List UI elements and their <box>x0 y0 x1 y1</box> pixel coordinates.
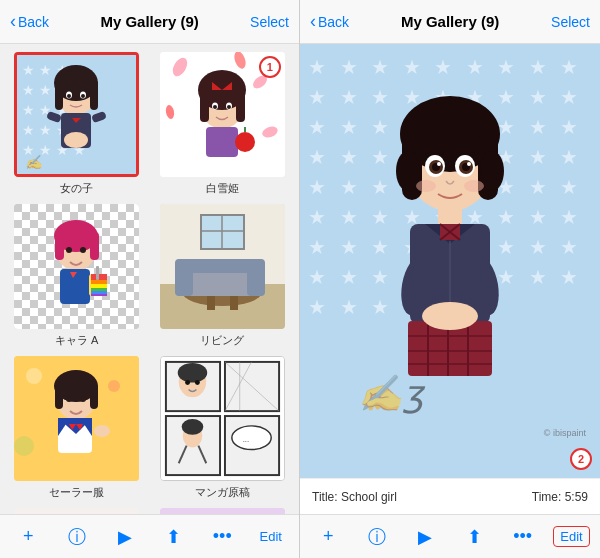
left-select-button[interactable]: Select <box>250 14 289 30</box>
gallery-thumb-living <box>160 204 285 329</box>
svg-rect-30 <box>206 127 238 157</box>
left-back-label: Back <box>18 14 49 30</box>
svg-point-107 <box>181 419 203 435</box>
svg-rect-54 <box>91 280 107 284</box>
detail-title: Title: School girl <box>312 490 397 504</box>
svg-rect-57 <box>91 291 107 294</box>
svg-point-50 <box>66 247 72 253</box>
svg-point-78 <box>26 368 42 384</box>
svg-point-92 <box>80 396 86 402</box>
svg-point-149 <box>416 180 436 192</box>
svg-rect-8 <box>55 80 63 110</box>
left-add-button[interactable]: + <box>10 526 46 547</box>
svg-text:✍ʒ: ✍ʒ <box>355 372 426 415</box>
left-info-button[interactable]: ⓘ <box>59 525 95 549</box>
svg-point-147 <box>437 162 441 166</box>
left-more-button[interactable]: ••• <box>204 526 240 547</box>
svg-rect-56 <box>91 288 107 291</box>
gallery-item-chara[interactable]: キャラ A <box>8 204 146 348</box>
svg-rect-122 <box>160 508 285 514</box>
svg-point-167 <box>422 302 478 330</box>
right-navbar-title: My Gallery (9) <box>401 13 499 30</box>
detail-badge: 2 <box>570 448 592 470</box>
gallery-label-chara: キャラ A <box>55 333 98 348</box>
right-more-icon: ••• <box>513 526 532 547</box>
left-share-button[interactable]: ⬆ <box>156 526 192 548</box>
gallery-label-living: リビング <box>200 333 244 348</box>
svg-point-168 <box>428 306 442 316</box>
gallery-item-girl[interactable]: ★ ★ ★ ★ ★ ★ ★ ★ ★ ★ ★ ★ ★ ★ ★ ★ ★ ★ ★ ★ <box>8 52 146 196</box>
right-edit-button[interactable]: Edit <box>553 526 589 547</box>
left-share-icon: ⬆ <box>166 526 181 548</box>
right-select-button[interactable]: Select <box>551 14 590 30</box>
left-panel: ‹ Back My Gallery (9) Select ★ ★ ★ ★ ★ ★… <box>0 0 300 558</box>
detail-time: Time: 5:59 <box>532 490 588 504</box>
gallery-item-sailor[interactable]: セーラー服 <box>8 356 146 500</box>
svg-point-79 <box>108 380 120 392</box>
gallery-item-manga[interactable]: ... マンガ原稿 <box>154 356 292 500</box>
right-navbar: ‹ Back My Gallery (9) Select <box>300 0 600 44</box>
gallery-thumb-sailor <box>14 356 139 481</box>
svg-rect-83 <box>55 384 63 409</box>
right-add-icon: + <box>323 526 334 547</box>
svg-rect-28 <box>200 87 209 122</box>
left-toolbar: + ⓘ ▶ ⬆ ••• Edit <box>0 514 299 558</box>
gallery-item-snow[interactable]: 1 白雪姫 <box>154 52 292 196</box>
right-info-button[interactable]: ⓘ <box>359 525 395 549</box>
left-info-icon: ⓘ <box>68 525 86 549</box>
svg-point-91 <box>66 396 72 402</box>
svg-text:...: ... <box>242 435 249 444</box>
svg-rect-47 <box>90 232 99 260</box>
svg-point-110 <box>232 426 271 450</box>
right-back-chevron: ‹ <box>310 11 316 32</box>
svg-point-93 <box>94 425 110 437</box>
svg-point-18 <box>64 132 88 148</box>
svg-rect-59 <box>96 266 99 280</box>
right-more-button[interactable]: ••• <box>505 526 541 547</box>
left-play-icon: ▶ <box>118 526 132 548</box>
gallery-thumb-colored <box>160 508 285 514</box>
left-play-button[interactable]: ▶ <box>107 526 143 548</box>
right-share-button[interactable]: ⬆ <box>456 526 492 548</box>
gallery-label-manga: マンガ原稿 <box>195 485 250 500</box>
svg-point-150 <box>464 180 484 192</box>
right-info-icon: ⓘ <box>368 525 386 549</box>
gallery-item-face[interactable]: ♡ ♡ ♡ <box>8 508 146 514</box>
left-add-icon: + <box>23 526 34 547</box>
right-panel: ‹ Back My Gallery (9) Select <box>300 0 600 558</box>
svg-rect-46 <box>55 232 64 260</box>
detail-info-bar: Title: School girl Time: 5:59 <box>300 478 600 514</box>
svg-rect-55 <box>91 284 107 288</box>
detail-character-svg: ✍ʒ <box>340 86 560 436</box>
svg-rect-112 <box>14 508 139 514</box>
detail-image-container: ✍ʒ © ibispaint 2 <box>300 44 600 478</box>
left-back-button[interactable]: ‹ Back <box>10 11 49 32</box>
left-navbar: ‹ Back My Gallery (9) Select <box>0 0 299 44</box>
left-more-icon: ••• <box>213 526 232 547</box>
right-toolbar: + ⓘ ▶ ⬆ ••• Edit <box>300 514 600 558</box>
svg-point-100 <box>177 363 207 383</box>
gallery-thumb-manga: ... <box>160 356 285 481</box>
svg-rect-151 <box>438 206 462 226</box>
svg-point-36 <box>227 105 231 109</box>
gallery-item-colored[interactable] <box>154 508 292 514</box>
right-add-button[interactable]: + <box>310 526 346 547</box>
right-play-button[interactable]: ▶ <box>407 526 443 548</box>
svg-rect-84 <box>90 384 98 409</box>
gallery-thumb-girl: ★ ★ ★ ★ ★ ★ ★ ★ ★ ★ ★ ★ ★ ★ ★ ★ ★ ★ ★ ★ <box>14 52 139 177</box>
svg-point-35 <box>213 105 217 109</box>
svg-point-148 <box>467 162 471 166</box>
left-back-chevron: ‹ <box>10 11 16 32</box>
gallery-item-living[interactable]: リビング <box>154 204 292 348</box>
snow-badge: 1 <box>259 56 281 78</box>
svg-point-51 <box>80 247 86 253</box>
svg-point-169 <box>458 306 472 316</box>
right-back-label: Back <box>318 14 349 30</box>
svg-rect-69 <box>247 266 265 296</box>
right-back-button[interactable]: ‹ Back <box>310 11 349 32</box>
svg-rect-29 <box>236 87 245 122</box>
svg-point-37 <box>235 132 255 152</box>
left-edit-button[interactable]: Edit <box>253 529 289 544</box>
svg-rect-68 <box>175 266 193 296</box>
right-share-icon: ⬆ <box>467 526 482 548</box>
